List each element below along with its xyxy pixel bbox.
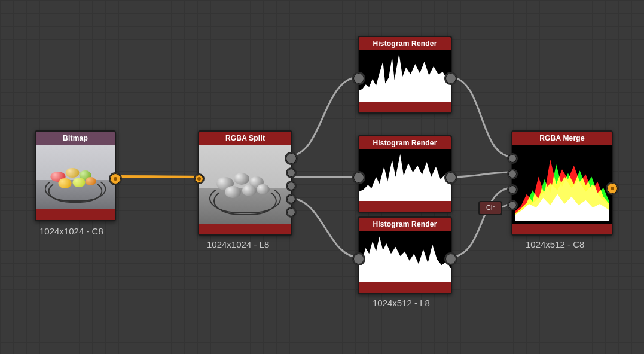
node-footer: [199, 224, 291, 234]
output-port-b[interactable]: [286, 181, 297, 191]
node-preview-rgba-split: [199, 145, 291, 224]
node-caption: 1024x1024 - L8: [207, 239, 269, 249]
node-title: Bitmap: [36, 132, 115, 145]
node-footer: [359, 282, 451, 293]
node-caption: 1024x1024 - C8: [39, 226, 103, 236]
output-port-r[interactable]: [285, 152, 298, 165]
node-preview-histogram: [359, 149, 451, 201]
node-preview-rgba-merge: [512, 145, 612, 224]
input-port[interactable]: [352, 252, 365, 266]
node-footer: [359, 201, 451, 212]
node-preview-histogram: [359, 231, 451, 282]
node-histogram-render-2[interactable]: Histogram Render: [358, 135, 452, 213]
node-caption: 1024x512 - C8: [526, 239, 584, 249]
input-port-a[interactable]: [507, 200, 518, 210]
output-port-a[interactable]: [286, 194, 297, 205]
output-port[interactable]: [606, 182, 619, 195]
node-footer: [36, 209, 115, 220]
output-port[interactable]: [444, 252, 457, 266]
input-port[interactable]: [352, 171, 365, 184]
output-port-g[interactable]: [286, 167, 297, 178]
input-port[interactable]: [352, 72, 365, 85]
node-rgba-merge[interactable]: RGBA Merge: [511, 130, 613, 236]
node-bitmap[interactable]: Bitmap: [35, 130, 116, 221]
node-title: RGBA Merge: [512, 132, 612, 145]
node-histogram-render-3[interactable]: Histogram Render: [358, 216, 452, 294]
node-preview-histogram: [359, 50, 451, 102]
node-title: Histogram Render: [359, 37, 451, 50]
node-footer: [512, 224, 612, 234]
chip-label: Clr: [486, 204, 495, 211]
node-title: RGBA Split: [199, 132, 291, 145]
input-port-r[interactable]: [507, 153, 518, 164]
node-title: Histogram Render: [359, 218, 451, 231]
node-footer: [359, 102, 451, 112]
output-port-extra[interactable]: [286, 207, 297, 218]
node-histogram-render-1[interactable]: Histogram Render: [358, 36, 452, 114]
output-port[interactable]: [444, 171, 457, 184]
output-port[interactable]: [109, 172, 122, 185]
node-preview-bitmap: [36, 145, 115, 209]
node-rgba-split[interactable]: RGBA Split: [198, 130, 292, 236]
chip-clr[interactable]: Clr: [478, 201, 502, 215]
output-port[interactable]: [444, 72, 457, 85]
input-port-g[interactable]: [507, 169, 518, 179]
input-port-b[interactable]: [507, 184, 518, 195]
input-port[interactable]: [194, 173, 205, 184]
node-title: Histogram Render: [359, 136, 451, 149]
node-caption: 1024x512 - L8: [373, 298, 430, 308]
